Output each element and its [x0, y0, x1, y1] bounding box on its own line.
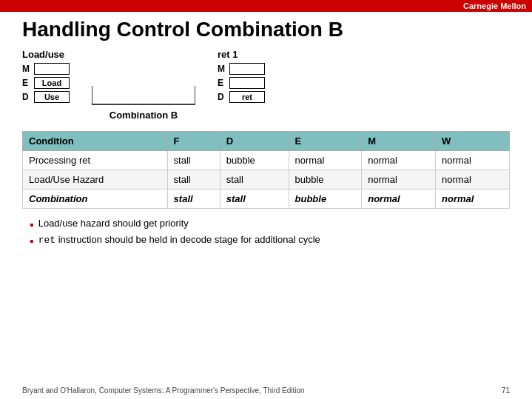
row-label-e: E [22, 78, 33, 88]
table-row: Load/Use Hazard stall stall bubble norma… [23, 170, 510, 190]
col-d: D [220, 132, 289, 151]
notes-section: ▪ Load/use hazard should get priority ▪ … [30, 218, 510, 248]
row2-m: normal [362, 190, 436, 209]
loaduse-label: Load/use [22, 49, 70, 60]
row2-e: bubble [289, 190, 362, 209]
note-2-text: ret instruction should be held in decode… [38, 234, 320, 246]
row2-f: stall [167, 190, 220, 209]
footer: Bryant and O'Hallaron, Computer Systems:… [22, 386, 510, 395]
table-row: Combination stall stall bubble normal no… [23, 190, 510, 209]
row1-f: stall [167, 170, 220, 190]
note-1: ▪ Load/use hazard should get priority [30, 218, 510, 232]
loaduse-section: Load/use M E Load D Use [22, 49, 70, 104]
row0-condition: Processing ret [23, 151, 168, 170]
col-e: E [289, 132, 362, 151]
row-label-m: M [22, 64, 33, 74]
col-w: W [436, 132, 510, 151]
row0-w: normal [436, 151, 510, 170]
table-body: Processing ret stall bubble normal norma… [23, 151, 510, 209]
row1-e: bubble [289, 170, 362, 190]
diagram-area: Load/use M E Load D Use [22, 49, 510, 121]
row1-m: normal [362, 170, 436, 190]
m-box [34, 63, 70, 75]
d-box: Use [34, 91, 70, 103]
main-content: Handling Control Combination B Load/use … [0, 12, 532, 256]
loaduse-row-d: D Use [22, 90, 70, 104]
connector-area: Combination B [92, 64, 195, 121]
row2-d: stall [220, 190, 289, 209]
row0-m: normal [362, 151, 436, 170]
brand-label: Carnegie Mellon [463, 1, 526, 10]
top-bar: Carnegie Mellon [0, 0, 532, 12]
row0-d: bubble [220, 151, 289, 170]
row-label-d: D [22, 92, 33, 102]
connector-svg [92, 64, 195, 108]
col-m: M [362, 132, 436, 151]
loaduse-row-e: E Load [22, 76, 70, 90]
e-box: Load [34, 77, 70, 89]
ret1-label: ret 1 [218, 49, 265, 60]
ret1-d-box: ret [229, 91, 265, 103]
row2-w: normal [436, 190, 510, 209]
row0-e: normal [289, 151, 362, 170]
table-header-row: Condition F D E M W [23, 132, 510, 151]
bullet-1: ▪ [30, 218, 34, 232]
loaduse-row-m: M [22, 62, 70, 76]
loaduse-pipeline: M E Load D Use [22, 62, 70, 104]
ret1-row-m: M [218, 62, 265, 76]
row2-condition: Combination [23, 190, 168, 209]
ret1-e-box [229, 77, 265, 89]
ret-code: ret [38, 235, 55, 246]
ret1-row-d: D ret [218, 90, 265, 104]
footer-left: Bryant and O'Hallaron, Computer Systems:… [22, 386, 305, 395]
row1-w: normal [436, 170, 510, 190]
ret1-row-label-e: E [218, 78, 228, 88]
ret1-row-e: E [218, 76, 265, 90]
hazard-table: Condition F D E M W Processing ret stall… [22, 131, 510, 209]
combination-label: Combination B [110, 110, 178, 121]
table-row: Processing ret stall bubble normal norma… [23, 151, 510, 170]
row1-d: stall [220, 170, 289, 190]
ret1-row-label-d: D [218, 92, 228, 102]
footer-right: 71 [502, 386, 510, 395]
note-2: ▪ ret instruction should be held in deco… [30, 234, 510, 248]
page-title: Handling Control Combination B [22, 18, 510, 41]
row0-f: stall [167, 151, 220, 170]
bullet-2: ▪ [30, 234, 34, 248]
row1-condition: Load/Use Hazard [23, 170, 168, 190]
ret1-m-box [229, 63, 265, 75]
col-f: F [167, 132, 220, 151]
ret1-section: ret 1 M E D ret [218, 49, 265, 104]
note-1-text: Load/use hazard should get priority [38, 218, 189, 229]
ret1-row-label-m: M [218, 64, 228, 74]
col-condition: Condition [23, 132, 168, 151]
ret1-pipeline: M E D ret [218, 62, 265, 104]
